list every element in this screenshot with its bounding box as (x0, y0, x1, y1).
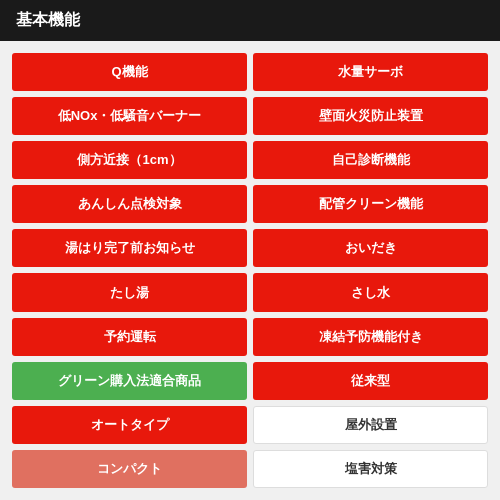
features-grid: Q機能水量サーボ低NOx・低騒音バーナー壁面火災防止装置側方近接（1cm）自己診… (0, 41, 500, 500)
header-title: 基本機能 (16, 11, 80, 28)
feature-cell-left: 湯はり完了前お知らせ (12, 229, 247, 267)
feature-cell-right: 従来型 (253, 362, 488, 400)
feature-cell-right: 自己診断機能 (253, 141, 488, 179)
feature-cell-left: 側方近接（1cm） (12, 141, 247, 179)
feature-cell-left: Q機能 (12, 53, 247, 91)
feature-cell-left: たし湯 (12, 273, 247, 311)
feature-cell-right: 凍結予防機能付き (253, 318, 488, 356)
feature-cell-right: 水量サーボ (253, 53, 488, 91)
feature-cell-left: 低NOx・低騒音バーナー (12, 97, 247, 135)
feature-cell-left: あんしん点検対象 (12, 185, 247, 223)
feature-cell-left: グリーン購入法適合商品 (12, 362, 247, 400)
feature-cell-right: おいだき (253, 229, 488, 267)
section-header: 基本機能 (0, 0, 500, 41)
feature-cell-left: オートタイプ (12, 406, 247, 444)
feature-cell-left: コンパクト (12, 450, 247, 488)
feature-cell-right: 屋外設置 (253, 406, 488, 444)
page: 基本機能 Q機能水量サーボ低NOx・低騒音バーナー壁面火災防止装置側方近接（1c… (0, 0, 500, 500)
feature-cell-right: さし水 (253, 273, 488, 311)
feature-cell-right: 配管クリーン機能 (253, 185, 488, 223)
feature-cell-right: 壁面火災防止装置 (253, 97, 488, 135)
feature-cell-right: 塩害対策 (253, 450, 488, 488)
feature-cell-left: 予約運転 (12, 318, 247, 356)
